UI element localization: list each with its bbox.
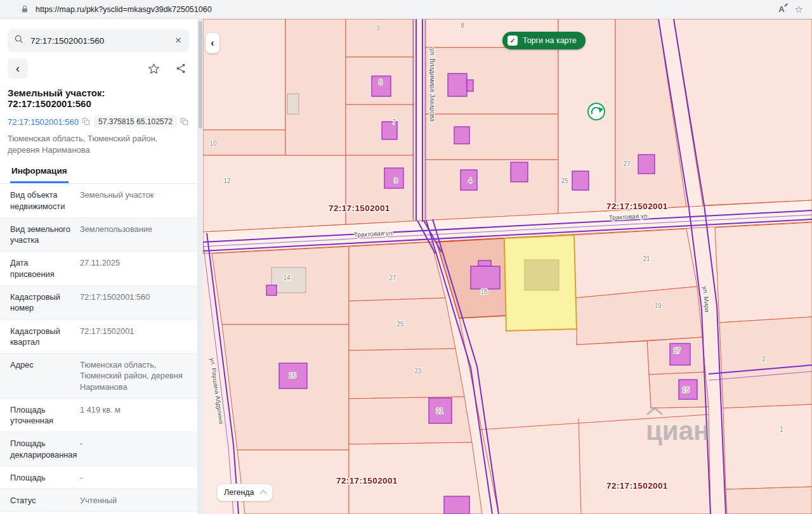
table-row: Площадь-	[0, 466, 203, 489]
info-label: Площадь	[10, 472, 74, 483]
parcel-number: 27	[623, 160, 631, 167]
table-row: Площадь уточненная1 419 кв. м	[0, 399, 203, 433]
tab-bar: Информация	[0, 164, 203, 184]
parcel-number: 17	[673, 347, 681, 354]
parcel-number: 19	[654, 302, 662, 309]
lock-icon	[20, 4, 29, 14]
copy-icon[interactable]	[82, 117, 91, 126]
chevron-up-icon	[259, 490, 266, 497]
table-row: Кадастровый номер72:17:1502001:560	[0, 286, 203, 320]
info-value: 72:17:1502001:560	[80, 292, 197, 314]
legend-button[interactable]: Легенда	[217, 484, 273, 501]
search-input[interactable]	[29, 35, 174, 46]
info-label: Статус	[10, 495, 74, 506]
watermark: циан	[646, 416, 709, 446]
parcel-number: 21	[436, 408, 443, 414]
info-value: 27.11.2025	[80, 257, 197, 279]
parcel-number: 3	[376, 25, 380, 32]
collapse-sidebar-button[interactable]: ‹	[206, 33, 219, 53]
info-value: Учтенный	[80, 495, 197, 506]
auctions-button-label: Торги на карте	[523, 36, 577, 45]
parcel-number: 10	[209, 140, 217, 147]
copy-coordinates-icon[interactable]	[180, 117, 189, 126]
browser-bar[interactable]: https://map.ru/pkk?ysclid=mkasgv39dk7250…	[0, 0, 812, 19]
parcel-number: 9	[394, 177, 398, 184]
favorite-star-icon[interactable]	[145, 60, 162, 77]
page-title: Земельный участок: 72:17:1502001:560	[8, 87, 189, 109]
clear-search-icon[interactable]: ×	[174, 34, 183, 47]
app: https://map.ru/pkk?ysclid=mkasgv39dk7250…	[0, 0, 812, 514]
info-table: Вид объекта недвижимостиЗемельный участо…	[0, 184, 203, 514]
info-value: -	[80, 472, 197, 483]
auctions-on-map-button[interactable]: ✓ Торги на карте	[502, 32, 586, 49]
parcel-number: 25	[396, 321, 404, 328]
table-row: Вид земельного участкаЗемлепользование	[0, 218, 203, 252]
table-row: АдресТюменская область, Тюменский район,…	[0, 354, 203, 399]
parcel-number: 7	[392, 119, 396, 125]
quarter-code-label: 72:17:1502001	[606, 202, 668, 211]
table-row: СтатусУчтенный	[0, 489, 203, 512]
cadastral-map[interactable]: 3 5 7 9 8 10 12 4 25 27 14 16 27 25 23 2…	[203, 19, 812, 514]
info-value: Земельный участок	[80, 190, 197, 212]
cadastral-number-link[interactable]: 72:17:1502001:560	[8, 117, 79, 127]
quarter-code-label: 72:17:1502001	[329, 203, 390, 213]
info-value: 72:17:1502001	[80, 326, 197, 348]
info-value: -	[80, 438, 197, 460]
info-label: Дата присвоения	[10, 257, 74, 279]
share-icon[interactable]	[173, 60, 189, 77]
parcel-number: 21	[643, 255, 650, 262]
auction-marker-icon[interactable]	[588, 103, 605, 120]
check-icon: ✓	[508, 35, 518, 46]
info-label: Площадь декларированная	[10, 438, 74, 460]
info-label: Вид земельного участка	[10, 224, 74, 246]
street-label-zaharova: ул. Владимира Захарова	[429, 48, 436, 122]
info-value: 1 419 кв. м	[80, 404, 197, 427]
info-label: Вид объекта недвижимости	[10, 190, 74, 212]
parcel-number: 8	[461, 22, 464, 29]
parcel-number: 18	[480, 288, 488, 295]
table-row: Дата присвоения27.11.2025	[0, 252, 203, 286]
coordinates-chip: 57.375815 65.102572	[94, 115, 177, 128]
table-row: Вид объекта недвижимостиЗемельный участо…	[0, 184, 203, 218]
text-size-icon[interactable]: A	[778, 4, 784, 14]
parcel-number: 27	[389, 274, 396, 281]
sidebar: × ‹ Земельный участок: 72:17:1502001:560…	[0, 19, 203, 514]
info-label: Площадь уточненная	[10, 404, 74, 427]
parcel-number: 16	[289, 372, 296, 379]
info-label: Кадастровый квартал	[10, 326, 74, 348]
parcel-number: 15	[682, 387, 690, 394]
sidebar-scrollbar[interactable]	[197, 19, 203, 514]
map-area[interactable]: 3 5 7 9 8 10 12 4 25 27 14 16 27 25 23 2…	[203, 19, 812, 514]
info-value: Тюменская область, Тюменский район, дере…	[80, 359, 197, 392]
parcel-number: 1	[780, 426, 783, 433]
selected-parcel-building	[525, 260, 559, 290]
search-box[interactable]: ×	[8, 29, 189, 52]
url-text[interactable]: https://map.ru/pkk?ysclid=mkasgv39dk7250…	[36, 5, 212, 14]
parcel-number: 2	[762, 356, 766, 363]
back-button[interactable]: ‹	[8, 58, 28, 79]
legend-button-label: Легенда	[224, 488, 254, 497]
info-value: Землепользование	[80, 224, 197, 246]
bookmark-star-icon[interactable]: ☆	[795, 4, 803, 14]
info-label: Адрес	[10, 359, 74, 392]
parcel-number: 4	[468, 177, 472, 184]
tab-information[interactable]: Информация	[10, 164, 69, 183]
parcel-number: 25	[561, 177, 568, 184]
info-label: Кадастровый номер	[10, 292, 74, 314]
search-icon	[14, 34, 24, 47]
parcel-number: 14	[283, 274, 291, 281]
parcel-number: 12	[223, 177, 231, 184]
parcel-number: 23	[414, 368, 422, 375]
quarter-code-label: 72:17:1502001	[336, 476, 398, 485]
parcel-number: 5	[379, 79, 383, 86]
table-row: Кадастровый квартал72:17:1502001	[0, 320, 203, 354]
quarter-code-label: 72:17:1502001	[606, 481, 668, 491]
table-row: Площадь декларированная-	[0, 432, 203, 466]
address-summary: Тюменская область, Тюменский район, дере…	[8, 133, 189, 156]
